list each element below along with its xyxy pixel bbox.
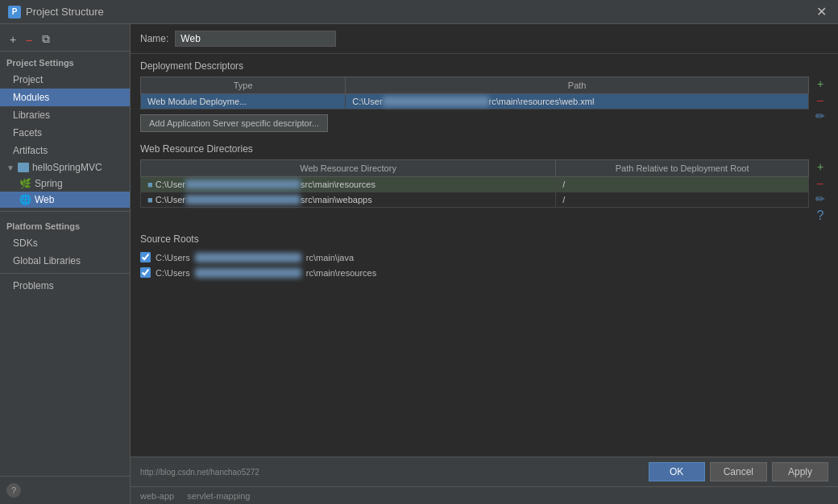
wr-path-1: / — [556, 177, 809, 192]
tree-spring[interactable]: 🌿 Spring — [0, 176, 130, 192]
folder-sm-icon: ■ — [147, 180, 153, 189]
tree-web-label: Web — [35, 194, 54, 205]
main-layout: + – ⧉ Project Settings Project Modules L… — [0, 24, 838, 504]
tree-web[interactable]: 🌐 Web — [0, 192, 130, 208]
source-root-row-1: C:\Usersxxxxxxxxxxxxxxxxxxxxxxxxrc\main\… — [140, 250, 828, 265]
wr-dir-2: ■ C:\Userxxxxxxxxxxxxxxxxxxxxxxxxxxsrc\m… — [141, 192, 556, 208]
remove-button[interactable]: – — [23, 31, 35, 48]
status-right: servlet-mapping — [187, 491, 250, 501]
ok-button[interactable]: OK — [649, 462, 705, 481]
deployment-path: C:\Userxxxxxxxxxxxxxxxxxxxxxxxxrc\main\r… — [346, 94, 809, 109]
sidebar-item-global-libraries[interactable]: Global Libraries — [0, 252, 130, 270]
platform-settings-header: Platform Settings — [0, 215, 130, 234]
name-input[interactable] — [175, 31, 336, 47]
sidebar-item-artifacts[interactable]: Artifacts — [0, 142, 130, 159]
source-root-row-2: C:\Usersxxxxxxxxxxxxxxxxxxxxxxxxrc\main\… — [140, 265, 828, 280]
deployment-table: Type Path Web Module Deployme... C:\User… — [140, 76, 809, 109]
apply-button[interactable]: Apply — [772, 462, 828, 481]
remove-descriptor-minus[interactable]: – — [812, 93, 828, 107]
deployment-descriptors-section: Deployment Descriptors Type Path Web Mod… — [131, 54, 838, 137]
watermark: http://blog.csdn.net/hanchao5272 — [140, 468, 259, 477]
cancel-button[interactable]: Cancel — [710, 462, 767, 481]
edit-wr-button[interactable]: ✏ — [812, 192, 828, 206]
help-wr-button[interactable]: ? — [812, 208, 828, 224]
wr-path-2: / — [556, 192, 809, 208]
spring-icon: 🌿 — [19, 178, 31, 189]
remove-wr-button[interactable]: – — [812, 176, 828, 190]
add-descriptor-button[interactable]: Add Application Server specific descript… — [140, 114, 328, 132]
tree-root-label: helloSpringMVC — [32, 162, 102, 173]
col-path-relative: Path Relative to Deployment Root — [556, 160, 809, 177]
web-resource-row-2[interactable]: ■ C:\Userxxxxxxxxxxxxxxxxxxxxxxxxxxsrc\m… — [141, 192, 809, 208]
sidebar-divider — [0, 211, 130, 212]
tree-spring-label: Spring — [35, 178, 63, 189]
content-area: Name: Deployment Descriptors Type Path — [131, 24, 838, 504]
col-type: Type — [141, 77, 346, 94]
web-resource-title: Web Resource Directories — [140, 143, 828, 155]
wr-dir-1: ■ C:\Userxxxxxxxxxxxxxxxxxxxxxxxxxxsrc\m… — [141, 177, 556, 192]
tree-arrow: ▼ — [6, 163, 15, 172]
deployment-row[interactable]: Web Module Deployme... C:\Userxxxxxxxxxx… — [141, 94, 809, 109]
name-label: Name: — [140, 33, 168, 44]
name-row: Name: — [131, 24, 838, 54]
sidebar-item-project[interactable]: Project — [0, 71, 130, 89]
content-spacer — [131, 283, 838, 456]
add-descriptor-plus[interactable]: + — [812, 76, 828, 91]
title-bar-left: P Project Structure — [8, 6, 104, 19]
edit-descriptor-pencil[interactable]: ✏ — [812, 109, 828, 123]
add-button[interactable]: + — [6, 31, 19, 48]
sidebar-item-problems[interactable]: Problems — [0, 277, 130, 295]
deployment-descriptors-title: Deployment Descriptors — [140, 60, 828, 72]
web-resource-row-1[interactable]: ■ C:\Userxxxxxxxxxxxxxxxxxxxxxxxxxxsrc\m… — [141, 177, 809, 192]
web-resource-table-container: Web Resource Directory Path Relative to … — [140, 159, 828, 224]
web-resource-section: Web Resource Directories Web Resource Di… — [131, 137, 838, 227]
source-root-checkbox-2[interactable] — [140, 267, 151, 278]
deployment-table-container: Type Path Web Module Deployme... C:\User… — [140, 76, 828, 134]
add-wr-button[interactable]: + — [812, 159, 828, 174]
app-icon: P — [8, 6, 21, 19]
close-button[interactable]: ✕ — [813, 4, 830, 19]
deployment-table-wrapper: Type Path Web Module Deployme... C:\User… — [140, 76, 809, 134]
title-text: Project Structure — [26, 6, 104, 18]
col-web-dir: Web Resource Directory — [141, 160, 556, 177]
sidebar-toolbar: + – ⧉ — [0, 27, 130, 52]
sidebar-item-sdks[interactable]: SDKs — [0, 234, 130, 252]
col-path: Path — [346, 77, 809, 94]
bottom-bar: http://blog.csdn.net/hanchao5272 OK Canc… — [131, 456, 838, 486]
help-button[interactable]: ? — [6, 483, 21, 498]
tree-root[interactable]: ▼ helloSpringMVC — [0, 159, 130, 176]
web-resource-table: Web Resource Directory Path Relative to … — [140, 159, 809, 208]
sidebar-divider-2 — [0, 273, 130, 274]
sidebar: + – ⧉ Project Settings Project Modules L… — [0, 24, 131, 504]
project-settings-header: Project Settings — [0, 52, 130, 71]
sidebar-bottom: ? — [0, 476, 130, 504]
copy-button[interactable]: ⧉ — [39, 31, 53, 48]
sidebar-item-facets[interactable]: Facets — [0, 124, 130, 142]
web-icon: 🌐 — [19, 194, 31, 205]
title-bar: P Project Structure ✕ — [0, 0, 838, 24]
web-resource-side-buttons: + – ✏ ? — [812, 159, 828, 224]
source-roots-title: Source Roots — [140, 233, 828, 245]
deployment-type: Web Module Deployme... — [141, 94, 346, 109]
deployment-side-buttons: + – ✏ — [812, 76, 828, 123]
folder-sm-icon-2: ■ — [147, 195, 153, 204]
source-roots-section: Source Roots C:\Usersxxxxxxxxxxxxxxxxxxx… — [131, 227, 838, 283]
sidebar-item-modules[interactable]: Modules — [0, 89, 130, 106]
web-resource-table-wrapper: Web Resource Directory Path Relative to … — [140, 159, 809, 208]
source-root-checkbox-1[interactable] — [140, 252, 151, 262]
status-bar: web-app servlet-mapping — [131, 486, 838, 504]
status-left: web-app — [140, 491, 174, 501]
sidebar-item-libraries[interactable]: Libraries — [0, 106, 130, 124]
folder-icon — [18, 163, 29, 172]
